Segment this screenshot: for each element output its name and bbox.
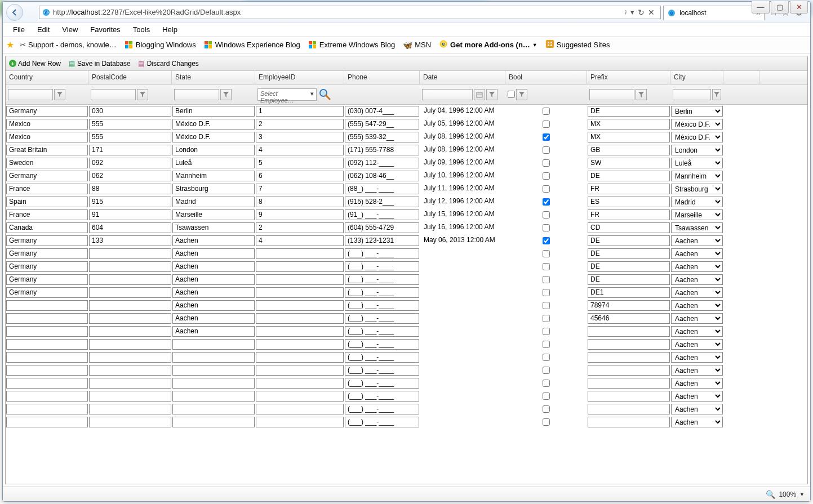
cell-phone[interactable]: (___) ___-____ [345, 313, 419, 324]
cell-date[interactable] [420, 365, 505, 376]
cell-bool-checkbox[interactable] [543, 224, 550, 231]
cell-date[interactable] [420, 391, 505, 402]
cell-date[interactable]: July 09, 1996 12:00 AM [420, 158, 505, 168]
filter-input-city[interactable] [673, 89, 711, 100]
date-picker-button[interactable] [474, 89, 485, 100]
browser-tab[interactable]: e localhost × [663, 6, 765, 20]
cell-prefix[interactable] [588, 352, 670, 363]
cell-postalcode[interactable]: 91 [89, 209, 171, 220]
cell-bool-checkbox[interactable] [543, 121, 550, 128]
cell-city-select[interactable]: Strasbourg [671, 184, 723, 194]
cell-country[interactable]: France [6, 184, 88, 194]
table-row[interactable]: (___) ___-____Aachen [6, 390, 807, 403]
cell-state[interactable] [172, 404, 255, 414]
cell-state[interactable]: Aachen [172, 326, 255, 337]
cell-bool-checkbox[interactable] [543, 250, 550, 257]
cell-prefix[interactable] [588, 391, 670, 402]
cell-employeeid[interactable] [256, 313, 344, 324]
cell-phone[interactable]: (___) ___-____ [345, 287, 419, 298]
table-row[interactable]: Mexico555México D.F.2(555) 547-29__July … [6, 118, 807, 131]
favorite-link[interactable]: e Get more Add-ons (n… ▼ [439, 39, 537, 50]
table-row[interactable]: Germany133Aachen4(133) 123-1231May 06, 2… [6, 234, 807, 247]
cell-phone[interactable]: (555) 539-32__ [345, 132, 419, 142]
cell-date[interactable]: July 15, 1996 12:00 AM [420, 209, 505, 220]
cell-postalcode[interactable] [89, 417, 171, 427]
cell-country[interactable]: Germany [6, 235, 88, 246]
cell-prefix[interactable]: MX [588, 132, 670, 142]
cell-phone[interactable]: (91_) ___-____ [345, 209, 419, 220]
cell-postalcode[interactable] [89, 261, 171, 272]
cell-postalcode[interactable] [89, 248, 171, 259]
cell-bool-checkbox[interactable] [543, 172, 550, 180]
cell-employeeid[interactable] [256, 300, 344, 311]
cell-city-select[interactable]: Marseille [671, 209, 723, 220]
cell-state[interactable]: México D.F. [172, 132, 255, 142]
cell-bool-checkbox[interactable] [543, 405, 550, 413]
cell-prefix[interactable] [588, 326, 670, 337]
cell-city-select[interactable]: Aachen [671, 352, 723, 363]
cell-postalcode[interactable]: 062 [89, 171, 171, 181]
cell-bool-checkbox[interactable] [543, 289, 550, 296]
cell-city-select[interactable]: Tsawassen [671, 222, 723, 233]
refresh-icon[interactable]: ↻ [638, 8, 645, 17]
cell-state[interactable] [172, 365, 255, 376]
cell-employeeid[interactable] [256, 261, 344, 272]
cell-date[interactable]: July 08, 1996 12:00 AM [420, 145, 505, 155]
cell-bool-checkbox[interactable] [543, 328, 550, 335]
table-row[interactable]: GermanyAachen(___) ___-____DEAachen [6, 273, 807, 286]
cell-country[interactable]: Germany [6, 274, 88, 285]
table-row[interactable]: (___) ___-____Aachen [6, 403, 807, 416]
cell-prefix[interactable]: DE [588, 235, 670, 246]
cell-phone[interactable]: (___) ___-____ [345, 339, 419, 350]
cell-postalcode[interactable] [89, 391, 171, 402]
maximize-button[interactable]: ▢ [771, 1, 789, 14]
cell-state[interactable]: Aachen [172, 235, 255, 246]
cell-city-select[interactable]: Aachen [671, 313, 723, 324]
cell-state[interactable]: México D.F. [172, 119, 255, 130]
table-row[interactable]: (___) ___-____Aachen [6, 351, 807, 364]
table-row[interactable]: France88Strasbourg7(88_) ___-____July 11… [6, 182, 807, 195]
cell-country[interactable]: Mexico [6, 132, 88, 142]
zoom-icon[interactable]: 🔍 [766, 490, 775, 499]
cell-prefix[interactable]: CD [588, 222, 670, 233]
minimize-button[interactable]: — [752, 1, 770, 14]
cell-state[interactable]: Aachen [172, 300, 255, 311]
table-row[interactable]: France91Marseille9(91_) ___-____July 15,… [6, 208, 807, 221]
cell-phone[interactable]: (___) ___-____ [345, 248, 419, 259]
column-header-employeeid[interactable]: EmployeeID [255, 71, 344, 84]
cell-postalcode[interactable] [89, 404, 171, 414]
cell-postalcode[interactable] [89, 339, 171, 350]
cell-prefix[interactable]: GB [588, 145, 670, 155]
cell-prefix[interactable]: FR [588, 184, 670, 194]
cell-phone[interactable]: (___) ___-____ [345, 274, 419, 285]
favorite-link[interactable]: 🦋 MSN [403, 41, 431, 50]
menu-item-file[interactable]: File [7, 24, 30, 35]
cell-bool-checkbox[interactable] [543, 393, 550, 400]
filter-button-prefix[interactable] [636, 89, 647, 100]
cell-phone[interactable]: (___) ___-____ [345, 417, 419, 427]
cell-postalcode[interactable] [89, 274, 171, 285]
cell-employeeid[interactable] [256, 339, 344, 350]
cell-phone[interactable]: (___) ___-____ [345, 300, 419, 311]
menu-item-help[interactable]: Help [157, 24, 183, 35]
table-row[interactable]: Germany030Berlin1(030) 007-4___July 04, … [6, 105, 807, 118]
cell-state[interactable]: Aachen [172, 313, 255, 324]
cell-date[interactable]: July 11, 1996 12:00 AM [420, 184, 505, 194]
cell-phone[interactable]: (___) ___-____ [345, 365, 419, 376]
cell-employeeid[interactable]: 6 [256, 171, 344, 181]
cell-country[interactable]: Mexico [6, 119, 88, 130]
cell-prefix[interactable] [588, 417, 670, 427]
table-row[interactable]: (___) ___-____Aachen [6, 338, 807, 351]
cell-postalcode[interactable]: 092 [89, 158, 171, 168]
cell-bool-checkbox[interactable] [543, 237, 550, 244]
cell-date[interactable]: July 08, 1996 12:00 AM [420, 132, 505, 142]
column-header-prefix[interactable]: Prefix [587, 71, 670, 84]
cell-employeeid[interactable] [256, 352, 344, 363]
cell-city-select[interactable]: México D.F. [671, 119, 723, 130]
cell-country[interactable]: Germany [6, 248, 88, 259]
cell-date[interactable] [420, 248, 505, 259]
cell-country[interactable] [6, 404, 88, 414]
cell-employeeid[interactable]: 8 [256, 197, 344, 207]
cell-prefix[interactable]: DE [588, 261, 670, 272]
cell-phone[interactable]: (___) ___-____ [345, 352, 419, 363]
